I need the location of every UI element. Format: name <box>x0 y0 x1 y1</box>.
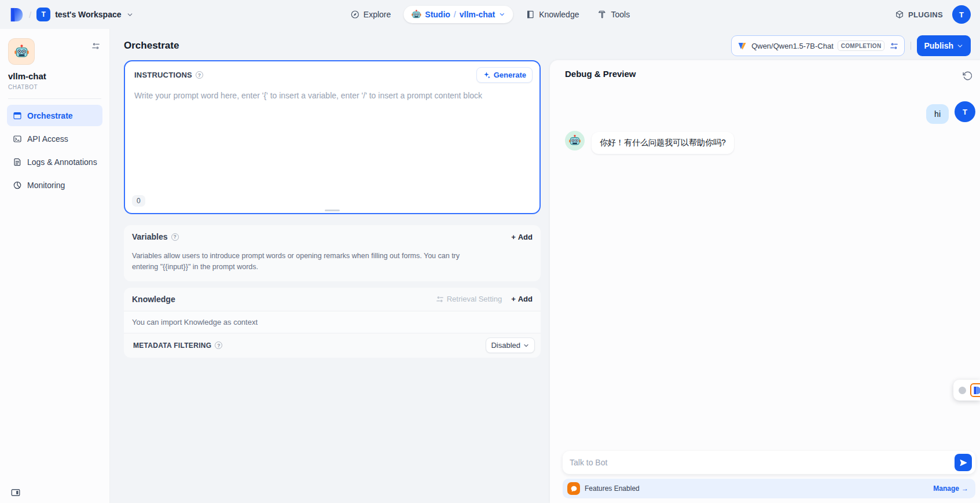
variables-card: Variables ? + Add Variables allow users … <box>124 225 541 281</box>
user-message-bubble: hi <box>926 104 949 124</box>
nav-studio-separator: / <box>454 10 456 19</box>
sidebar-item-label: Logs & Annotations <box>27 157 97 167</box>
app-settings-icon[interactable] <box>91 42 100 50</box>
chat-message-assistant: 你好！有什么问题我可以帮助你吗? <box>565 131 975 154</box>
collapse-sidebar-icon[interactable] <box>10 487 21 498</box>
dify-mini-logo[interactable] <box>970 383 980 397</box>
prompt-placeholder: Write your prompt word here, enter '{' t… <box>134 91 482 100</box>
nav-studio-app-name: vllm-chat <box>460 10 495 19</box>
sidebar-item-label: Monitoring <box>27 181 65 190</box>
metadata-filtering-label: METADATA FILTERING <box>133 342 211 350</box>
chevron-down-icon <box>956 42 964 50</box>
chat-history: hi T <box>550 86 980 451</box>
sliders-icon <box>436 295 444 303</box>
floating-extension-widget[interactable] <box>953 380 980 401</box>
app-icon[interactable] <box>8 38 35 65</box>
nav-tools[interactable]: Tools <box>592 5 636 24</box>
logs-icon <box>13 157 22 167</box>
help-icon[interactable]: ? <box>215 342 222 349</box>
page-topbar: Orchestrate Qwen/Qwen1.5-7B-Chat COMPLET… <box>110 29 980 56</box>
add-variable-label: Add <box>518 233 533 241</box>
explore-icon <box>350 10 359 19</box>
vllm-logo <box>737 42 747 50</box>
resize-handle[interactable] <box>325 210 340 211</box>
terminal-icon <box>13 134 22 144</box>
variables-description: Variables allow users to introduce promp… <box>124 248 494 281</box>
help-icon[interactable]: ? <box>196 71 203 79</box>
chevron-down-icon <box>126 11 134 19</box>
add-variable-button[interactable]: + Add <box>511 233 533 241</box>
nav-explore[interactable]: Explore <box>344 5 397 24</box>
breadcrumb-separator: / <box>29 10 31 20</box>
model-selector[interactable]: Qwen/Qwen1.5-7B-Chat COMPLETION <box>731 35 905 56</box>
user-avatar: T <box>955 101 975 122</box>
workspace-name: test's Workspace <box>55 10 121 19</box>
plugins-icon <box>895 10 904 19</box>
metadata-filtering-select[interactable]: Disabled <box>486 337 535 353</box>
features-icon <box>567 482 580 495</box>
features-label: Features Enabled <box>585 484 928 493</box>
send-button[interactable] <box>955 454 972 471</box>
knowledge-icon <box>526 10 535 19</box>
restart-conversation-icon[interactable] <box>960 69 974 83</box>
page-title: Orchestrate <box>124 40 179 52</box>
manage-features-link[interactable]: Manage → <box>933 484 968 493</box>
instructions-panel: INSTRUCTIONS ? Generate Write your promp… <box>124 60 541 214</box>
retrieval-setting-button[interactable]: Retrieval Setting <box>436 295 502 303</box>
help-icon[interactable]: ? <box>171 233 179 241</box>
sidebar-divider <box>8 98 101 99</box>
nav-knowledge[interactable]: Knowledge <box>520 5 585 24</box>
plugins-button[interactable]: PLUGINS <box>895 10 943 19</box>
publish-label: Publish <box>924 41 953 50</box>
arrow-right-icon: → <box>961 484 968 493</box>
sparkle-icon <box>483 71 491 79</box>
nav-knowledge-label: Knowledge <box>539 10 579 19</box>
nav-tools-label: Tools <box>611 10 630 19</box>
account-avatar[interactable]: T <box>952 5 971 24</box>
prompt-editor[interactable]: Write your prompt word here, enter '{' t… <box>125 85 539 213</box>
knowledge-title: Knowledge <box>132 295 175 304</box>
main-nav: Explore Studio / vllm-chat <box>344 5 636 24</box>
plus-icon: + <box>511 295 516 303</box>
chevron-down-icon <box>523 342 530 349</box>
dify-logo[interactable] <box>9 7 24 23</box>
model-name: Qwen/Qwen1.5-7B-Chat <box>751 42 834 50</box>
send-icon <box>959 458 968 467</box>
chat-message-user: hi T <box>565 101 975 124</box>
model-params-icon[interactable] <box>890 42 898 50</box>
debug-preview-panel: Debug & Preview hi T <box>550 60 980 503</box>
chat-input[interactable] <box>570 458 950 467</box>
app-sidebar: vllm-chat CHATBOT Orchestrate API Access <box>0 29 110 503</box>
nav-studio-label: Studio <box>425 10 450 19</box>
orchestrate-panel: INSTRUCTIONS ? Generate Write your promp… <box>110 60 550 503</box>
knowledge-description: You can import Knowledge as context <box>124 311 541 333</box>
sidebar-nav: Orchestrate API Access Logs & Annotation… <box>7 105 102 196</box>
add-knowledge-button[interactable]: + Add <box>511 295 533 303</box>
sidebar-item-label: Orchestrate <box>27 111 73 120</box>
orchestrate-icon <box>13 111 22 120</box>
generate-button[interactable]: Generate <box>476 67 533 83</box>
sidebar-item-orchestrate[interactable]: Orchestrate <box>7 105 102 126</box>
sidebar-item-logs-annotations[interactable]: Logs & Annotations <box>7 151 102 172</box>
drag-handle-dot[interactable] <box>959 387 966 394</box>
features-bar: Features Enabled Manage → <box>563 479 975 498</box>
workspace-selector[interactable]: T test's Workspace <box>36 8 133 21</box>
plugins-label: PLUGINS <box>908 10 943 19</box>
variables-title: Variables <box>132 232 168 241</box>
metadata-filtering-row: METADATA FILTERING ? Disabled <box>124 333 541 358</box>
top-header: / T test's Workspace Explore <box>0 0 980 29</box>
nav-studio-active[interactable]: Studio / vllm-chat <box>403 6 513 23</box>
publish-button[interactable]: Publish <box>917 35 971 56</box>
tools-icon <box>597 10 607 19</box>
sidebar-item-label: API Access <box>27 134 68 144</box>
bot-message-bubble: 你好！有什么问题我可以帮助你吗? <box>592 132 734 154</box>
instructions-title: INSTRUCTIONS <box>134 71 192 79</box>
sidebar-item-monitoring[interactable]: Monitoring <box>7 174 102 196</box>
model-mode-badge: COMPLETION <box>838 41 885 51</box>
sidebar-item-api-access[interactable]: API Access <box>7 128 102 149</box>
metadata-filtering-value: Disabled <box>491 341 520 350</box>
manage-label: Manage <box>933 484 959 493</box>
plus-icon: + <box>511 233 516 241</box>
app-type-label: CHATBOT <box>8 84 101 90</box>
knowledge-card: Knowledge Retrieval Setting + <box>124 288 541 358</box>
